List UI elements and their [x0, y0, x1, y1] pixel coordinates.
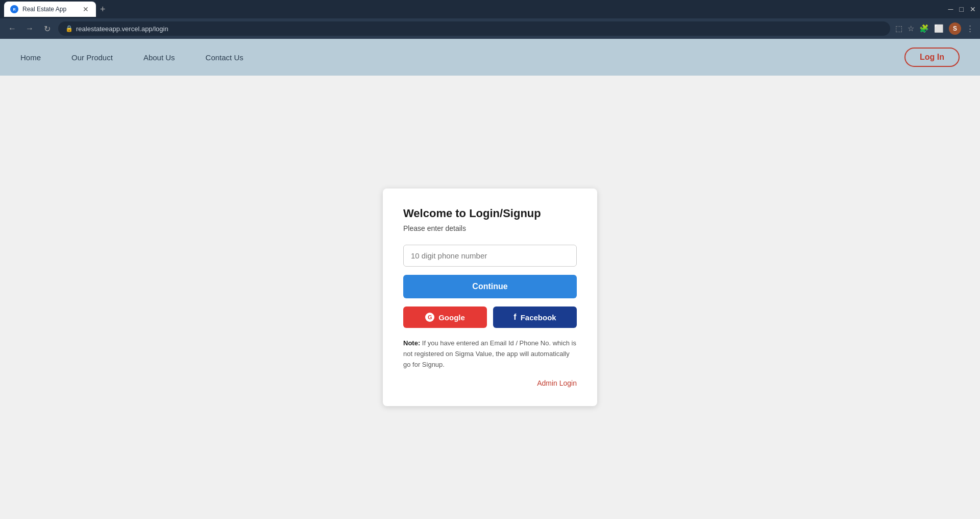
page-content: Welcome to Login/Signup Please enter det… [0, 76, 980, 519]
window-controls: ─ □ ✕ [948, 5, 976, 13]
note-body: If you have entered an Email Id / Phone … [403, 339, 576, 368]
toolbar-right: ⬚ ☆ 🧩 ⬜ S ⋮ [895, 22, 974, 35]
star-icon[interactable]: ☆ [908, 24, 914, 33]
note-label: Note: [403, 339, 420, 347]
facebook-button[interactable]: f Facebook [493, 306, 577, 328]
nav-contact-us[interactable]: Contact Us [206, 53, 243, 62]
browser-chrome: R Real Estate App ✕ + ─ □ ✕ ← → ↻ 🔒 real… [0, 0, 980, 39]
menu-icon[interactable]: ⋮ [966, 24, 974, 33]
split-icon[interactable]: ⬜ [934, 24, 944, 33]
nav-about-us[interactable]: About Us [143, 53, 175, 62]
tab-close-button[interactable]: ✕ [82, 4, 90, 14]
browser-addressbar: ← → ↻ 🔒 realestateeapp.vercel.app/login … [0, 18, 980, 39]
social-buttons: G Google f Facebook [403, 306, 577, 328]
google-button[interactable]: G Google [403, 306, 487, 328]
close-button[interactable]: ✕ [970, 5, 976, 13]
google-icon: G [425, 313, 434, 322]
login-card: Welcome to Login/Signup Please enter det… [383, 188, 597, 406]
forward-button[interactable]: → [23, 24, 36, 33]
continue-button[interactable]: Continue [403, 275, 577, 298]
tab-title: Real Estate App [22, 6, 78, 13]
tab-favicon: R [10, 5, 18, 13]
browser-titlebar: R Real Estate App ✕ + ─ □ ✕ [0, 0, 980, 18]
lock-icon: 🔒 [65, 25, 73, 32]
login-button[interactable]: Log In [904, 48, 960, 67]
google-button-label: Google [438, 313, 465, 322]
user-avatar[interactable]: S [949, 22, 961, 35]
admin-login-button[interactable]: Admin Login [537, 379, 577, 387]
facebook-icon: f [513, 313, 516, 322]
new-tab-button[interactable]: + [100, 4, 106, 15]
refresh-button[interactable]: ↻ [41, 24, 53, 34]
card-title: Welcome to Login/Signup [403, 207, 577, 220]
browser-tab[interactable]: R Real Estate App ✕ [4, 2, 96, 17]
minimize-button[interactable]: ─ [948, 5, 953, 13]
nav-links: Home Our Product About Us Contact Us [20, 53, 904, 62]
maximize-button[interactable]: □ [960, 5, 964, 13]
extensions-icon[interactable]: 🧩 [919, 24, 929, 33]
note-text: Note: If you have entered an Email Id / … [403, 338, 577, 370]
url-text: realestateeapp.vercel.app/login [76, 25, 168, 33]
card-subtitle: Please enter details [403, 224, 577, 232]
site-navbar: Home Our Product About Us Contact Us Log… [0, 39, 980, 76]
nav-our-product[interactable]: Our Product [71, 53, 113, 62]
cast-icon[interactable]: ⬚ [895, 24, 902, 33]
address-box[interactable]: 🔒 realestateeapp.vercel.app/login [58, 21, 890, 36]
back-button[interactable]: ← [6, 24, 18, 33]
admin-login-link: Admin Login [403, 379, 577, 388]
nav-home[interactable]: Home [20, 53, 41, 62]
svg-text:R: R [13, 8, 15, 11]
facebook-button-label: Facebook [521, 313, 556, 322]
phone-input[interactable] [403, 245, 577, 267]
